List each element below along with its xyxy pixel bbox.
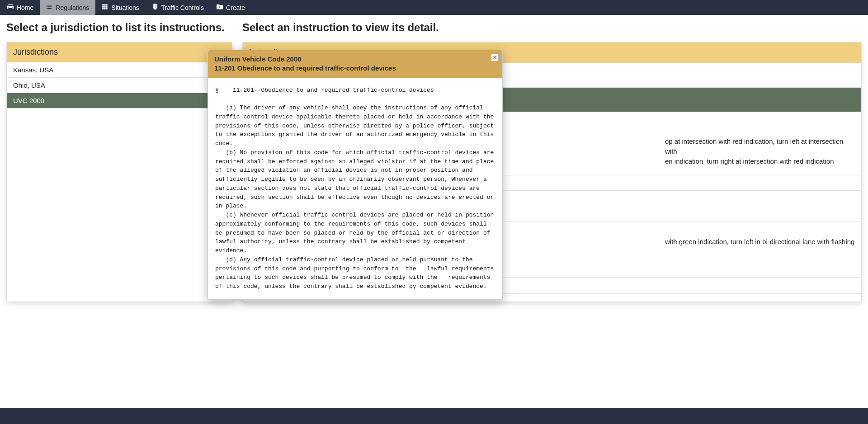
- nav-regulations[interactable]: Regulations: [40, 0, 95, 15]
- meta-partial-1: op at intersection with red indication, …: [665, 137, 843, 155]
- meta-partial-2: en indication, turn right at intersectio…: [665, 157, 834, 165]
- jurisdiction-row-ohio[interactable]: Ohio, USA: [7, 78, 232, 93]
- modal-title-line1: Uniform Vehicle Code 2000: [214, 55, 496, 64]
- nav-home-label: Home: [17, 4, 33, 11]
- jurisdiction-row-uvc2000[interactable]: UVC 2000: [7, 93, 232, 108]
- jurisdictions-header: Jurisdictions: [7, 42, 232, 62]
- nav-create[interactable]: Create: [210, 0, 251, 15]
- footer-bar: [0, 408, 868, 424]
- grid-icon: [102, 4, 108, 11]
- top-navbar: Home Regulations Situations Traffic Cont…: [0, 0, 868, 15]
- modal-title-line2: 11-201 Obedience to and required traffic…: [214, 64, 496, 73]
- nav-traffic-controls-label: Traffic Controls: [161, 4, 204, 11]
- folder-plus-icon: [217, 4, 223, 11]
- modal-close-button[interactable]: ✕: [491, 54, 499, 61]
- nav-situations[interactable]: Situations: [95, 0, 145, 15]
- nav-create-label: Create: [226, 4, 245, 11]
- nav-regulations-label: Regulations: [56, 4, 89, 11]
- jurisdiction-row-kansas[interactable]: Kansas, USA: [7, 62, 232, 78]
- nav-situations-label: Situations: [111, 4, 139, 11]
- car-icon: [7, 4, 14, 11]
- meta-partial-3: with green indication, turn left in bi-d…: [665, 238, 854, 245]
- regulation-detail-modal: Uniform Vehicle Code 2000 11-201 Obedien…: [208, 50, 503, 300]
- nav-home[interactable]: Home: [0, 0, 40, 15]
- jurisdictions-panel: Jurisdictions Kansas, USA Ohio, USA UVC …: [6, 42, 232, 302]
- nav-traffic-controls[interactable]: Traffic Controls: [146, 0, 210, 15]
- right-heading: Select an instruction to view its detail…: [242, 21, 862, 34]
- left-heading: Select a jurisdiction to list its instru…: [6, 21, 232, 34]
- list-icon: [46, 4, 52, 11]
- modal-header[interactable]: Uniform Vehicle Code 2000 11-201 Obedien…: [208, 50, 502, 78]
- traffic-light-icon: [152, 4, 158, 11]
- modal-body-text: § 11-201--Obedience to and required traf…: [208, 78, 502, 299]
